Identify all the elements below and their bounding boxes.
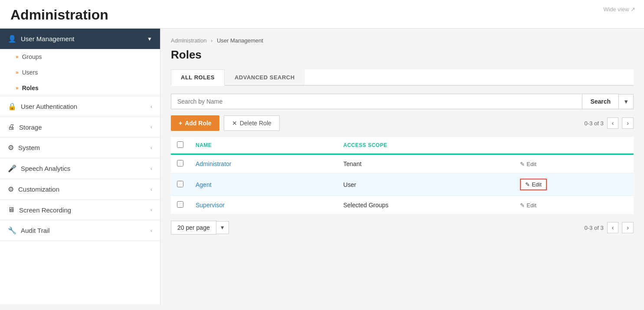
- sidebar-item-customization[interactable]: ⚙ Customization ‹: [0, 179, 160, 199]
- bottom-pagination: 0-3 of 3 ‹ ›: [585, 222, 634, 233]
- tab-all-roles[interactable]: ALL ROLES: [171, 69, 225, 86]
- sidebar-item-system[interactable]: ⚙ System ‹: [0, 137, 160, 158]
- role-name-link[interactable]: Agent: [196, 181, 212, 188]
- row-checkbox-cell: [171, 154, 190, 173]
- chevron-icon: ‹: [150, 207, 152, 213]
- add-role-button[interactable]: + Add Role: [171, 115, 219, 131]
- access-scope-cell: Tenant: [337, 154, 514, 173]
- sidebar-label-users: Users: [22, 69, 38, 76]
- audit-trail-icon: 🔧: [8, 226, 16, 235]
- sidebar-label-audit-trail: Audit Trail: [21, 227, 50, 234]
- row-checkbox[interactable]: [177, 201, 183, 208]
- screen-recording-icon: 🖥: [8, 206, 15, 214]
- bottom-row: 20 per page ▼ 0-3 of 3 ‹ ›: [171, 221, 634, 235]
- sidebar-label-speech-analytics: Speech Analytics: [21, 165, 70, 172]
- edit-icon: ✎: [520, 202, 525, 209]
- sidebar-item-users[interactable]: » Users: [0, 65, 160, 80]
- edit-button[interactable]: ✎ Edit: [520, 202, 536, 209]
- select-all-checkbox[interactable]: [177, 141, 183, 148]
- chevron-right-icon: »: [16, 85, 19, 91]
- sidebar-item-screen-recording[interactable]: 🖥 Screen Recording ‹: [0, 200, 160, 220]
- edit-cell: ✎ Edit: [514, 196, 634, 215]
- per-page-select: 20 per page ▼: [171, 221, 229, 235]
- chevron-right-icon: »: [16, 69, 19, 75]
- bottom-pagination-prev-button[interactable]: ‹: [607, 222, 619, 233]
- chevron-icon: ‹: [150, 104, 152, 110]
- plus-icon: +: [179, 120, 182, 127]
- customization-icon: ⚙: [8, 185, 14, 193]
- tabs-bar: ALL ROLES ADVANCED SEARCH: [171, 69, 634, 86]
- role-name-link[interactable]: Administrator: [196, 160, 231, 167]
- row-checkbox-cell: [171, 196, 190, 215]
- pagination-next-button[interactable]: ›: [622, 117, 634, 129]
- row-checkbox[interactable]: [177, 160, 183, 166]
- breadcrumb: Administration › User Management: [171, 37, 634, 44]
- breadcrumb-user-management: User Management: [217, 37, 263, 44]
- access-scope-cell: Selected Groups: [337, 196, 514, 215]
- chevron-right-icon: »: [16, 54, 19, 60]
- edit-icon: ✎: [525, 181, 530, 188]
- row-checkbox[interactable]: [177, 181, 183, 187]
- sidebar-item-audit-trail[interactable]: 🔧 Audit Trail ‹: [0, 220, 160, 241]
- tab-advanced-search[interactable]: ADVANCED SEARCH: [225, 69, 305, 85]
- search-dropdown-button[interactable]: ▼: [619, 94, 634, 109]
- sidebar-label-storage: Storage: [19, 124, 42, 131]
- edit-icon: ✎: [520, 161, 525, 167]
- delete-role-button[interactable]: ✕ Delete Role: [224, 115, 280, 131]
- table-row: Supervisor Selected Groups ✎ Edit: [171, 196, 634, 215]
- sidebar-item-speech-analytics[interactable]: 🎤 Speech Analytics ‹: [0, 158, 160, 179]
- breadcrumb-separator: ›: [211, 37, 212, 44]
- wide-view-link[interactable]: Wide view ↗: [603, 6, 635, 13]
- table-header-checkbox: [171, 137, 190, 154]
- sidebar-label-customization: Customization: [18, 186, 59, 193]
- search-row: Search ▼: [171, 94, 634, 109]
- user-management-icon: 👤: [8, 35, 16, 43]
- action-bar: + Add Role ✕ Delete Role 0-3 of 3 ‹ ›: [171, 115, 634, 131]
- role-name-cell: Supervisor: [190, 196, 337, 215]
- role-name-link[interactable]: Supervisor: [196, 202, 225, 209]
- bottom-pagination-summary: 0-3 of 3: [585, 225, 604, 231]
- system-icon: ⚙: [8, 144, 14, 152]
- chevron-icon: ‹: [150, 166, 152, 172]
- per-page-dropdown-button[interactable]: ▼: [216, 221, 229, 234]
- edit-cell: ✎ Edit: [514, 154, 634, 173]
- sidebar-label-user-authentication: User Authentication: [21, 103, 77, 110]
- sidebar-item-user-authentication[interactable]: 🔒 User Authentication ‹: [0, 96, 160, 117]
- pagination-summary: 0-3 of 3: [585, 120, 604, 127]
- pagination-prev-button[interactable]: ‹: [607, 117, 619, 129]
- sidebar-item-groups[interactable]: » Groups: [0, 49, 160, 65]
- breadcrumb-administration[interactable]: Administration: [171, 37, 206, 44]
- sidebar: 👤 User Management ▼ » Groups » Users » R…: [0, 29, 160, 304]
- user-authentication-icon: 🔒: [8, 102, 16, 111]
- sidebar-label-user-management: User Management: [21, 35, 74, 42]
- table-row: Administrator Tenant ✎ Edit: [171, 154, 634, 173]
- edit-cell: ✎ Edit: [514, 173, 634, 196]
- table-row: Agent User ✎ Edit: [171, 173, 634, 196]
- sidebar-label-roles: Roles: [22, 85, 39, 91]
- roles-page-title: Roles: [171, 48, 634, 62]
- table-header-actions: [514, 137, 634, 154]
- sidebar-item-user-management[interactable]: 👤 User Management ▼: [0, 29, 160, 49]
- edit-button-highlighted[interactable]: ✎ Edit: [520, 179, 546, 190]
- sidebar-label-groups: Groups: [22, 53, 42, 60]
- sidebar-item-storage[interactable]: 🖨 Storage ‹: [0, 117, 160, 137]
- bottom-pagination-next-button[interactable]: ›: [622, 222, 634, 233]
- search-input[interactable]: [171, 94, 582, 109]
- row-checkbox-cell: [171, 173, 190, 196]
- page-title: Administration: [10, 7, 634, 23]
- speech-analytics-icon: 🎤: [8, 164, 16, 173]
- sidebar-label-screen-recording: Screen Recording: [19, 206, 71, 214]
- per-page-value: 20 per page: [171, 221, 216, 235]
- action-bar-left: + Add Role ✕ Delete Role: [171, 115, 280, 131]
- access-scope-cell: User: [337, 173, 514, 196]
- search-button[interactable]: Search: [582, 94, 619, 109]
- times-icon: ✕: [232, 120, 237, 127]
- sidebar-item-roles[interactable]: » Roles: [0, 80, 160, 96]
- roles-table: NAME ACCESS SCOPE Administrator Tenant: [171, 137, 634, 215]
- chevron-down-icon: ▼: [147, 36, 152, 42]
- sidebar-label-system: System: [18, 144, 40, 151]
- chevron-icon: ‹: [150, 145, 152, 151]
- role-name-cell: Administrator: [190, 154, 337, 173]
- edit-button[interactable]: ✎ Edit: [520, 161, 536, 167]
- role-name-cell: Agent: [190, 173, 337, 196]
